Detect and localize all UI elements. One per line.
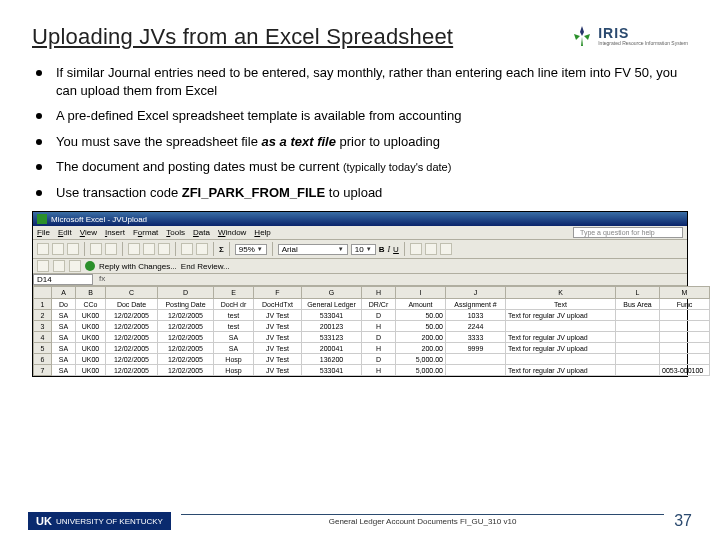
menu-edit[interactable]: Edit xyxy=(58,228,72,237)
iris-logo: IRIS Integrated Resource Information Sys… xyxy=(570,24,688,48)
reply3-icon[interactable] xyxy=(69,260,81,272)
italic-icon[interactable]: I xyxy=(387,245,390,254)
copy-icon[interactable] xyxy=(143,243,155,255)
preview-icon[interactable] xyxy=(105,243,117,255)
table-row: 7SAUK0012/02/200512/02/2005HospJV Test53… xyxy=(34,365,710,376)
uk-logo: UK UNIVERSITY OF KENTUCKY xyxy=(28,512,171,530)
page-title: Uploading JVs from an Excel Spreadsheet xyxy=(32,24,453,50)
spreadsheet[interactable]: A B C D E F G H I J K L M 1 Do CCo Doc D… xyxy=(33,286,710,376)
save-icon[interactable] xyxy=(67,243,79,255)
bullet-list: If similar Journal entries need to be en… xyxy=(32,64,688,201)
excel-screenshot: Microsoft Excel - JVUpload File Edit Vie… xyxy=(32,211,688,377)
menu-insert[interactable]: Insert xyxy=(105,228,125,237)
align-right-icon[interactable] xyxy=(440,243,452,255)
zoom-combo[interactable]: 95%▼ xyxy=(235,244,267,255)
help-input[interactable]: Type a question for help xyxy=(573,227,683,238)
iris-icon xyxy=(570,24,594,48)
header-row: 1 Do CCo Doc Date Posting Date DocH dr D… xyxy=(34,299,710,310)
list-item: You must save the spreadsheet file as a … xyxy=(32,133,688,151)
table-row: 6SAUK0012/02/200512/02/2005HospJV Test13… xyxy=(34,354,710,365)
footer: UK UNIVERSITY OF KENTUCKY General Ledger… xyxy=(0,512,720,530)
menu-data[interactable]: Data xyxy=(193,228,210,237)
font-name-combo[interactable]: Arial▼ xyxy=(278,244,348,255)
bullet-icon xyxy=(36,70,42,76)
toolbar: Σ 95%▼ Arial▼ 10▼ B I U xyxy=(33,240,687,259)
reply-icon[interactable] xyxy=(37,260,49,272)
end-review-label[interactable]: End Review... xyxy=(181,262,230,271)
new-icon[interactable] xyxy=(37,243,49,255)
paste-icon[interactable] xyxy=(158,243,170,255)
review-toolbar: Reply with Changes... End Review... xyxy=(33,259,687,274)
menubar[interactable]: File Edit View Insert Format Tools Data … xyxy=(33,226,687,240)
bullet-icon xyxy=(36,190,42,196)
align-center-icon[interactable] xyxy=(425,243,437,255)
font-size-combo[interactable]: 10▼ xyxy=(351,244,376,255)
logo-text: IRIS xyxy=(598,25,688,41)
open-icon[interactable] xyxy=(52,243,64,255)
reply-dot-icon xyxy=(85,261,95,271)
uk-mark: UK xyxy=(36,515,52,527)
window-title: Microsoft Excel - JVUpload xyxy=(51,215,147,224)
print-icon[interactable] xyxy=(90,243,102,255)
bold-icon[interactable]: B xyxy=(379,245,385,254)
bullet-icon xyxy=(36,164,42,170)
list-item: Use transaction code ZFI_PARK_FROM_FILE … xyxy=(32,184,688,202)
list-item: If similar Journal entries need to be en… xyxy=(32,64,688,99)
underline-icon[interactable]: U xyxy=(393,245,399,254)
list-item: A pre-defined Excel spreadsheet template… xyxy=(32,107,688,125)
table-row: 3SAUK0012/02/200512/02/2005testJV Test20… xyxy=(34,321,710,332)
page-number: 37 xyxy=(674,512,692,530)
titlebar: Microsoft Excel - JVUpload xyxy=(33,212,687,226)
column-letters-row: A B C D E F G H I J K L M xyxy=(34,287,710,299)
table-row: 2SAUK0012/02/200512/02/2005testJV Test53… xyxy=(34,310,710,321)
bullet-icon xyxy=(36,139,42,145)
menu-tools[interactable]: Tools xyxy=(166,228,185,237)
align-left-icon[interactable] xyxy=(410,243,422,255)
undo-icon[interactable] xyxy=(181,243,193,255)
menu-file[interactable]: File xyxy=(37,228,50,237)
name-box[interactable]: D14 xyxy=(33,274,93,285)
name-box-row: D14 fx xyxy=(33,274,687,286)
list-item: The document and posting dates must be c… xyxy=(32,158,688,176)
menu-help[interactable]: Help xyxy=(254,228,270,237)
fx-icon[interactable]: fx xyxy=(93,274,111,285)
menu-format[interactable]: Format xyxy=(133,228,158,237)
uk-text: UNIVERSITY OF KENTUCKY xyxy=(56,517,163,526)
reply-label[interactable]: Reply with Changes... xyxy=(99,262,177,271)
redo-icon[interactable] xyxy=(196,243,208,255)
excel-icon xyxy=(37,214,47,224)
table-row: 4SAUK0012/02/200512/02/2005SAJV Test5331… xyxy=(34,332,710,343)
cut-icon[interactable] xyxy=(128,243,140,255)
table-row: 5SAUK0012/02/200512/02/2005SAJV Test2000… xyxy=(34,343,710,354)
bullet-icon xyxy=(36,113,42,119)
menu-view[interactable]: View xyxy=(80,228,97,237)
reply2-icon[interactable] xyxy=(53,260,65,272)
footer-text: General Ledger Account Documents FI_GU_3… xyxy=(181,517,664,526)
logo-subtext: Integrated Resource Information System xyxy=(598,41,688,47)
menu-window[interactable]: Window xyxy=(218,228,246,237)
